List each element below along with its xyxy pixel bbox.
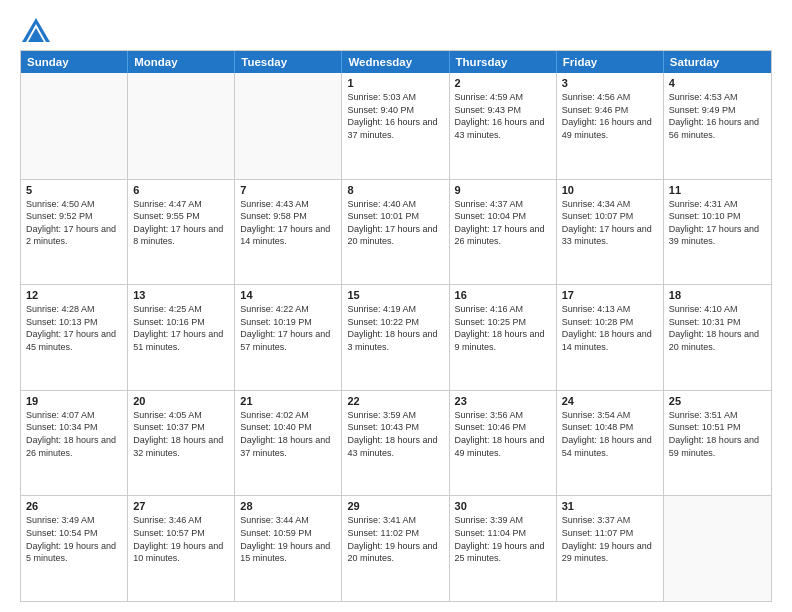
calendar-row-1: 1Sunrise: 5:03 AM Sunset: 9:40 PM Daylig… (21, 73, 771, 179)
day-number: 15 (347, 289, 443, 301)
day-info: Sunrise: 4:47 AM Sunset: 9:55 PM Dayligh… (133, 198, 229, 248)
day-cell-31: 31Sunrise: 3:37 AM Sunset: 11:07 PM Dayl… (557, 496, 664, 601)
day-cell-26: 26Sunrise: 3:49 AM Sunset: 10:54 PM Dayl… (21, 496, 128, 601)
day-info: Sunrise: 4:05 AM Sunset: 10:37 PM Daylig… (133, 409, 229, 459)
day-cell-14: 14Sunrise: 4:22 AM Sunset: 10:19 PM Dayl… (235, 285, 342, 390)
day-info: Sunrise: 4:43 AM Sunset: 9:58 PM Dayligh… (240, 198, 336, 248)
day-cell-18: 18Sunrise: 4:10 AM Sunset: 10:31 PM Dayl… (664, 285, 771, 390)
day-info: Sunrise: 5:03 AM Sunset: 9:40 PM Dayligh… (347, 91, 443, 141)
day-cell-6: 6Sunrise: 4:47 AM Sunset: 9:55 PM Daylig… (128, 180, 235, 285)
day-cell-25: 25Sunrise: 3:51 AM Sunset: 10:51 PM Dayl… (664, 391, 771, 496)
logo-icon (20, 16, 52, 44)
day-info: Sunrise: 4:37 AM Sunset: 10:04 PM Daylig… (455, 198, 551, 248)
calendar: SundayMondayTuesdayWednesdayThursdayFrid… (20, 50, 772, 602)
day-number: 12 (26, 289, 122, 301)
day-number: 11 (669, 184, 766, 196)
day-number: 19 (26, 395, 122, 407)
day-info: Sunrise: 4:50 AM Sunset: 9:52 PM Dayligh… (26, 198, 122, 248)
day-number: 25 (669, 395, 766, 407)
day-info: Sunrise: 4:59 AM Sunset: 9:43 PM Dayligh… (455, 91, 551, 141)
empty-cell-w0c1 (128, 73, 235, 179)
day-info: Sunrise: 4:13 AM Sunset: 10:28 PM Daylig… (562, 303, 658, 353)
day-cell-19: 19Sunrise: 4:07 AM Sunset: 10:34 PM Dayl… (21, 391, 128, 496)
day-info: Sunrise: 4:16 AM Sunset: 10:25 PM Daylig… (455, 303, 551, 353)
day-cell-27: 27Sunrise: 3:46 AM Sunset: 10:57 PM Dayl… (128, 496, 235, 601)
day-number: 20 (133, 395, 229, 407)
day-info: Sunrise: 3:41 AM Sunset: 11:02 PM Daylig… (347, 514, 443, 564)
day-info: Sunrise: 3:54 AM Sunset: 10:48 PM Daylig… (562, 409, 658, 459)
day-cell-1: 1Sunrise: 5:03 AM Sunset: 9:40 PM Daylig… (342, 73, 449, 179)
empty-cell-w4c6 (664, 496, 771, 601)
day-cell-5: 5Sunrise: 4:50 AM Sunset: 9:52 PM Daylig… (21, 180, 128, 285)
day-cell-4: 4Sunrise: 4:53 AM Sunset: 9:49 PM Daylig… (664, 73, 771, 179)
day-number: 14 (240, 289, 336, 301)
day-number: 3 (562, 77, 658, 89)
day-cell-9: 9Sunrise: 4:37 AM Sunset: 10:04 PM Dayli… (450, 180, 557, 285)
day-info: Sunrise: 4:31 AM Sunset: 10:10 PM Daylig… (669, 198, 766, 248)
calendar-body: 1Sunrise: 5:03 AM Sunset: 9:40 PM Daylig… (21, 73, 771, 601)
day-number: 4 (669, 77, 766, 89)
day-info: Sunrise: 3:44 AM Sunset: 10:59 PM Daylig… (240, 514, 336, 564)
day-number: 9 (455, 184, 551, 196)
day-cell-28: 28Sunrise: 3:44 AM Sunset: 10:59 PM Dayl… (235, 496, 342, 601)
day-number: 23 (455, 395, 551, 407)
day-cell-11: 11Sunrise: 4:31 AM Sunset: 10:10 PM Dayl… (664, 180, 771, 285)
day-cell-17: 17Sunrise: 4:13 AM Sunset: 10:28 PM Dayl… (557, 285, 664, 390)
logo (20, 16, 56, 44)
day-cell-7: 7Sunrise: 4:43 AM Sunset: 9:58 PM Daylig… (235, 180, 342, 285)
empty-cell-w0c2 (235, 73, 342, 179)
day-cell-20: 20Sunrise: 4:05 AM Sunset: 10:37 PM Dayl… (128, 391, 235, 496)
day-number: 27 (133, 500, 229, 512)
day-info: Sunrise: 3:51 AM Sunset: 10:51 PM Daylig… (669, 409, 766, 459)
day-info: Sunrise: 4:25 AM Sunset: 10:16 PM Daylig… (133, 303, 229, 353)
day-number: 22 (347, 395, 443, 407)
day-info: Sunrise: 3:59 AM Sunset: 10:43 PM Daylig… (347, 409, 443, 459)
day-number: 26 (26, 500, 122, 512)
day-info: Sunrise: 4:28 AM Sunset: 10:13 PM Daylig… (26, 303, 122, 353)
day-number: 16 (455, 289, 551, 301)
day-header-wednesday: Wednesday (342, 51, 449, 73)
day-cell-16: 16Sunrise: 4:16 AM Sunset: 10:25 PM Dayl… (450, 285, 557, 390)
day-number: 7 (240, 184, 336, 196)
day-info: Sunrise: 4:53 AM Sunset: 9:49 PM Dayligh… (669, 91, 766, 141)
day-info: Sunrise: 4:10 AM Sunset: 10:31 PM Daylig… (669, 303, 766, 353)
empty-cell-w0c0 (21, 73, 128, 179)
day-number: 10 (562, 184, 658, 196)
day-number: 2 (455, 77, 551, 89)
day-info: Sunrise: 4:02 AM Sunset: 10:40 PM Daylig… (240, 409, 336, 459)
day-info: Sunrise: 4:34 AM Sunset: 10:07 PM Daylig… (562, 198, 658, 248)
day-info: Sunrise: 3:56 AM Sunset: 10:46 PM Daylig… (455, 409, 551, 459)
day-number: 18 (669, 289, 766, 301)
day-info: Sunrise: 4:22 AM Sunset: 10:19 PM Daylig… (240, 303, 336, 353)
day-number: 31 (562, 500, 658, 512)
day-number: 29 (347, 500, 443, 512)
day-header-sunday: Sunday (21, 51, 128, 73)
day-cell-13: 13Sunrise: 4:25 AM Sunset: 10:16 PM Dayl… (128, 285, 235, 390)
day-header-monday: Monday (128, 51, 235, 73)
day-cell-22: 22Sunrise: 3:59 AM Sunset: 10:43 PM Dayl… (342, 391, 449, 496)
day-number: 6 (133, 184, 229, 196)
day-number: 1 (347, 77, 443, 89)
calendar-header: SundayMondayTuesdayWednesdayThursdayFrid… (21, 51, 771, 73)
day-cell-21: 21Sunrise: 4:02 AM Sunset: 10:40 PM Dayl… (235, 391, 342, 496)
day-number: 21 (240, 395, 336, 407)
day-cell-15: 15Sunrise: 4:19 AM Sunset: 10:22 PM Dayl… (342, 285, 449, 390)
header (20, 16, 772, 44)
day-number: 24 (562, 395, 658, 407)
day-info: Sunrise: 3:39 AM Sunset: 11:04 PM Daylig… (455, 514, 551, 564)
day-cell-3: 3Sunrise: 4:56 AM Sunset: 9:46 PM Daylig… (557, 73, 664, 179)
day-number: 5 (26, 184, 122, 196)
calendar-row-4: 19Sunrise: 4:07 AM Sunset: 10:34 PM Dayl… (21, 390, 771, 496)
day-number: 8 (347, 184, 443, 196)
calendar-row-2: 5Sunrise: 4:50 AM Sunset: 9:52 PM Daylig… (21, 179, 771, 285)
day-header-saturday: Saturday (664, 51, 771, 73)
page: SundayMondayTuesdayWednesdayThursdayFrid… (0, 0, 792, 612)
day-header-tuesday: Tuesday (235, 51, 342, 73)
day-cell-12: 12Sunrise: 4:28 AM Sunset: 10:13 PM Dayl… (21, 285, 128, 390)
day-number: 30 (455, 500, 551, 512)
calendar-row-3: 12Sunrise: 4:28 AM Sunset: 10:13 PM Dayl… (21, 284, 771, 390)
day-info: Sunrise: 3:49 AM Sunset: 10:54 PM Daylig… (26, 514, 122, 564)
day-cell-8: 8Sunrise: 4:40 AM Sunset: 10:01 PM Dayli… (342, 180, 449, 285)
day-cell-10: 10Sunrise: 4:34 AM Sunset: 10:07 PM Dayl… (557, 180, 664, 285)
day-info: Sunrise: 3:37 AM Sunset: 11:07 PM Daylig… (562, 514, 658, 564)
